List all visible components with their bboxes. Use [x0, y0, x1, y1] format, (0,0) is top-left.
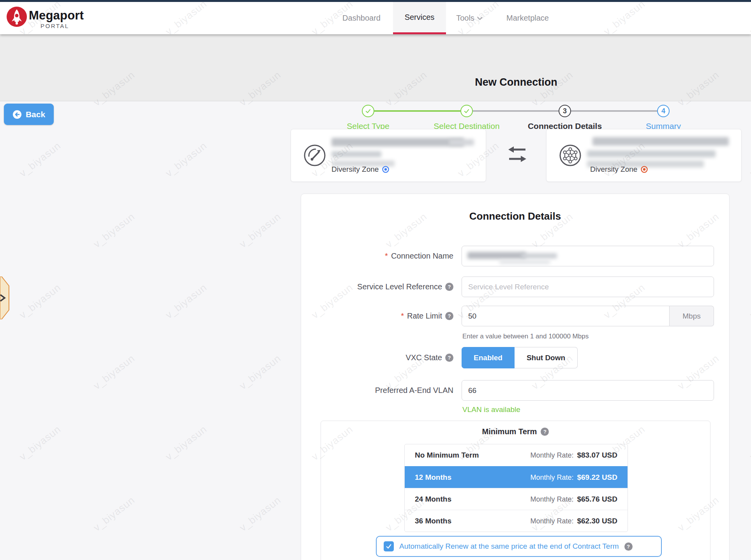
step-4-circle: 4 — [657, 105, 670, 117]
page-title: New Connection — [401, 76, 631, 88]
connection-name-input[interactable] — [462, 246, 714, 266]
step-3-number: 3 — [563, 107, 567, 115]
redacted-service-name — [331, 138, 464, 146]
chevron-down-icon — [477, 16, 483, 20]
vxc-state-label: VXC State ? — [309, 347, 453, 368]
term-option-24-months[interactable]: 24 Months Monthly Rate: $65.76 USD — [405, 488, 628, 510]
term-option-36-months[interactable]: 36 Months Monthly Rate: $62.30 USD — [405, 510, 628, 532]
minimum-term-title: Minimum Term ? — [321, 427, 710, 436]
swap-arrows-icon — [507, 143, 528, 164]
a-end-diversity-zone: Diversity Zone — [331, 165, 390, 174]
megaport-portal-screen: Megaport PORTAL Dashboard Services Tools… — [0, 0, 751, 560]
rate-limit-input[interactable] — [462, 306, 670, 326]
a-end-card[interactable]: Diversity Zone — [291, 129, 486, 182]
nav-marketplace[interactable]: Marketplace — [499, 2, 556, 34]
step-1-circle — [362, 105, 374, 117]
help-icon[interactable]: ? — [445, 283, 453, 291]
connection-name-label: * Connection Name — [309, 246, 453, 266]
nav-dashboard[interactable]: Dashboard — [336, 2, 387, 34]
side-drawer-toggle[interactable] — [0, 276, 9, 319]
required-asterisk: * — [385, 252, 388, 261]
help-icon[interactable]: ? — [445, 312, 453, 320]
redacted-text — [331, 151, 381, 157]
nav-services[interactable]: Services — [393, 2, 446, 34]
watermark-text: v_biyasun — [747, 281, 751, 321]
connection-details-panel: Connection Details * Connection Name Ser… — [301, 194, 730, 560]
stepper-line-2-3 — [473, 110, 559, 112]
redacted-text — [449, 139, 474, 146]
minimum-term-options-list: No Minimum Term Monthly Rate: $83.07 USD… — [404, 444, 628, 532]
service-level-reference-input[interactable] — [462, 276, 714, 297]
mesh-network-icon — [559, 144, 582, 167]
step-2-circle — [460, 105, 473, 117]
redacted-text — [587, 150, 716, 157]
watermark-text: v_biyasun — [91, 210, 137, 250]
watermark-text: v_biyasun — [163, 423, 209, 463]
watermark-text: v_biyasun — [237, 494, 283, 534]
check-icon — [364, 107, 372, 115]
nav-tools[interactable]: Tools — [451, 2, 488, 34]
required-asterisk: * — [401, 312, 404, 321]
diversity-zone-red-dot-icon — [640, 166, 648, 173]
nav-tools-label: Tools — [456, 14, 474, 23]
diversity-zone-label: Diversity Zone — [331, 165, 379, 174]
service-level-reference-label: Service Level Reference ? — [309, 276, 453, 297]
rate-limit-label: * Rate Limit ? — [309, 306, 453, 326]
step-3-circle: 3 — [559, 105, 571, 117]
b-end-card[interactable]: Diversity Zone — [546, 129, 742, 182]
auto-renew-option[interactable]: Automatically Renew at the same price at… — [376, 536, 662, 557]
watermark-text: v_biyasun — [91, 352, 137, 392]
minimum-term-section: Minimum Term ? No Minimum Term Monthly R… — [321, 421, 710, 560]
vlan-availability-status: VLAN is available — [462, 405, 520, 414]
redacted-value — [467, 252, 526, 259]
watermark-text: v_biyasun — [747, 139, 751, 179]
b-end-diversity-zone: Diversity Zone — [590, 165, 648, 174]
watermark-text: v_biyasun — [91, 494, 137, 534]
back-button[interactable]: Back — [4, 104, 54, 125]
help-icon[interactable]: ? — [541, 428, 549, 436]
watermark-text: v_biyasun — [163, 139, 209, 179]
diversity-zone-blue-dot-icon — [382, 166, 390, 173]
watermark-text: v_biyasun — [237, 352, 283, 392]
diversity-zone-label: Diversity Zone — [590, 165, 637, 174]
watermark-text: v_biyasun — [17, 281, 63, 321]
top-accent-strip — [0, 0, 751, 2]
term-option-no-minimum[interactable]: No Minimum Term Monthly Rate: $83.07 USD — [405, 444, 628, 466]
redacted-value — [521, 253, 557, 259]
speedometer-icon — [303, 144, 326, 167]
vxc-state-enabled-button[interactable]: Enabled — [462, 347, 515, 368]
watermark-text: v_biyasun — [163, 281, 209, 321]
preferred-a-end-vlan-label: Preferred A-End VLAN — [309, 380, 453, 401]
check-icon — [462, 107, 471, 115]
help-icon[interactable]: ? — [445, 354, 453, 362]
stepper-line-1-2 — [374, 110, 460, 112]
watermark-text: v_biyasun — [237, 210, 283, 250]
form-title: Connection Details — [301, 210, 729, 222]
help-icon[interactable]: ? — [624, 542, 633, 551]
back-button-label: Back — [26, 110, 45, 119]
watermark-text: v_biyasun — [747, 423, 751, 463]
rate-limit-unit: Mbps — [670, 306, 714, 326]
brand-name: Megaport — [29, 9, 84, 23]
watermark-text: v_biyasun — [17, 423, 63, 463]
check-icon — [385, 543, 392, 550]
auto-renew-checkbox[interactable] — [384, 541, 394, 551]
watermark-text: v_biyasun — [17, 139, 63, 179]
step-4-number: 4 — [661, 107, 665, 115]
stepper-line-3-4 — [571, 110, 657, 112]
preferred-a-end-vlan-input[interactable] — [462, 380, 714, 401]
app-header: Megaport PORTAL Dashboard Services Tools… — [0, 0, 751, 34]
redacted-service-name — [592, 137, 729, 146]
back-arrow-icon — [12, 110, 22, 119]
redacted-value — [499, 260, 550, 264]
wizard-header-band: New Connection Back 3 — [0, 34, 751, 101]
megaport-rocket-icon — [6, 6, 27, 27]
rate-limit-helper-text: Enter a value between 1 and 100000 Mbps — [462, 333, 589, 340]
vxc-state-shutdown-button[interactable]: Shut Down — [515, 347, 578, 368]
auto-renew-label: Automatically Renew at the same price at… — [399, 542, 619, 551]
brand-portal-label: PORTAL — [41, 23, 69, 29]
term-option-12-months[interactable]: 12 Months Monthly Rate: $69.22 USD — [405, 466, 628, 488]
megaport-logo[interactable] — [6, 6, 27, 27]
